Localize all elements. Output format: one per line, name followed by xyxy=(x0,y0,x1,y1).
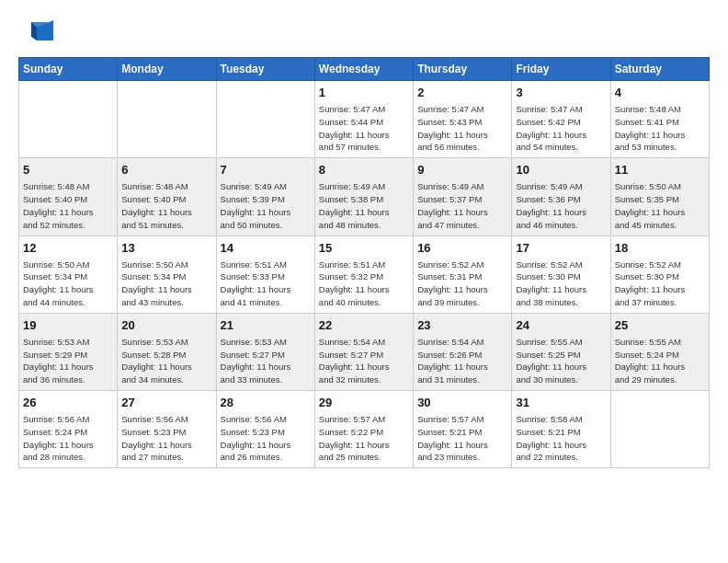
calendar-cell: 8Sunrise: 5:49 AMSunset: 5:38 PMDaylight… xyxy=(314,158,413,236)
calendar-cell: 5Sunrise: 5:48 AMSunset: 5:40 PMDaylight… xyxy=(19,158,118,236)
calendar-cell: 9Sunrise: 5:49 AMSunset: 5:37 PMDaylight… xyxy=(414,158,512,236)
day-info: Sunrise: 5:55 AMSunset: 5:24 PMDaylight:… xyxy=(615,336,705,386)
day-info: Sunrise: 5:50 AMSunset: 5:34 PMDaylight:… xyxy=(23,259,113,309)
calendar-week-row: 19Sunrise: 5:53 AMSunset: 5:29 PMDayligh… xyxy=(19,313,710,390)
calendar-cell: 28Sunrise: 5:56 AMSunset: 5:23 PMDayligh… xyxy=(216,391,314,468)
calendar-cell: 2Sunrise: 5:47 AMSunset: 5:43 PMDaylight… xyxy=(414,81,512,158)
day-number: 16 xyxy=(417,240,507,257)
day-info: Sunrise: 5:58 AMSunset: 5:21 PMDaylight:… xyxy=(516,413,606,464)
day-number: 18 xyxy=(615,240,705,257)
calendar-cell xyxy=(610,391,709,468)
day-info: Sunrise: 5:48 AMSunset: 5:40 PMDaylight:… xyxy=(121,180,211,231)
calendar-header-saturday: Saturday xyxy=(610,58,709,81)
day-number: 27 xyxy=(121,395,211,411)
calendar-cell: 29Sunrise: 5:57 AMSunset: 5:22 PMDayligh… xyxy=(314,391,413,468)
day-info: Sunrise: 5:56 AMSunset: 5:23 PMDaylight:… xyxy=(121,413,211,464)
calendar-cell: 6Sunrise: 5:48 AMSunset: 5:40 PMDaylight… xyxy=(118,158,216,236)
day-info: Sunrise: 5:57 AMSunset: 5:21 PMDaylight:… xyxy=(417,413,507,464)
calendar-cell: 19Sunrise: 5:53 AMSunset: 5:29 PMDayligh… xyxy=(19,313,118,390)
calendar-cell: 10Sunrise: 5:49 AMSunset: 5:36 PMDayligh… xyxy=(512,158,610,236)
calendar-header-monday: Monday xyxy=(118,58,216,81)
day-info: Sunrise: 5:48 AMSunset: 5:41 PMDaylight:… xyxy=(615,103,705,154)
day-info: Sunrise: 5:51 AMSunset: 5:33 PMDaylight:… xyxy=(221,259,311,309)
calendar-cell xyxy=(19,81,118,158)
calendar-cell: 14Sunrise: 5:51 AMSunset: 5:33 PMDayligh… xyxy=(216,236,314,313)
day-info: Sunrise: 5:50 AMSunset: 5:34 PMDaylight:… xyxy=(121,259,211,309)
calendar-cell: 12Sunrise: 5:50 AMSunset: 5:34 PMDayligh… xyxy=(19,236,118,313)
day-number: 26 xyxy=(23,395,113,411)
calendar-cell: 15Sunrise: 5:51 AMSunset: 5:32 PMDayligh… xyxy=(314,236,413,313)
calendar-cell: 20Sunrise: 5:53 AMSunset: 5:28 PMDayligh… xyxy=(118,313,216,390)
day-info: Sunrise: 5:47 AMSunset: 5:43 PMDaylight:… xyxy=(417,103,507,154)
day-info: Sunrise: 5:49 AMSunset: 5:36 PMDaylight:… xyxy=(516,180,606,231)
day-number: 31 xyxy=(516,395,606,411)
calendar-header-tuesday: Tuesday xyxy=(216,58,314,81)
day-number: 23 xyxy=(417,317,507,334)
calendar-cell: 21Sunrise: 5:53 AMSunset: 5:27 PMDayligh… xyxy=(216,313,314,390)
day-info: Sunrise: 5:49 AMSunset: 5:39 PMDaylight:… xyxy=(221,180,311,231)
day-number: 10 xyxy=(516,162,606,178)
calendar-cell: 25Sunrise: 5:55 AMSunset: 5:24 PMDayligh… xyxy=(610,313,709,390)
day-info: Sunrise: 5:47 AMSunset: 5:42 PMDaylight:… xyxy=(516,103,606,154)
day-info: Sunrise: 5:48 AMSunset: 5:40 PMDaylight:… xyxy=(23,180,113,231)
day-info: Sunrise: 5:50 AMSunset: 5:35 PMDaylight:… xyxy=(615,180,705,231)
day-info: Sunrise: 5:57 AMSunset: 5:22 PMDaylight:… xyxy=(319,413,409,464)
calendar-cell: 24Sunrise: 5:55 AMSunset: 5:25 PMDayligh… xyxy=(512,313,610,390)
day-number: 19 xyxy=(23,317,113,334)
calendar-week-row: 1Sunrise: 5:47 AMSunset: 5:44 PMDaylight… xyxy=(19,81,710,158)
day-info: Sunrise: 5:55 AMSunset: 5:25 PMDaylight:… xyxy=(516,336,606,386)
day-info: Sunrise: 5:56 AMSunset: 5:24 PMDaylight:… xyxy=(23,413,113,464)
calendar-header-wednesday: Wednesday xyxy=(314,58,413,81)
logo xyxy=(18,17,53,48)
day-info: Sunrise: 5:49 AMSunset: 5:37 PMDaylight:… xyxy=(417,180,507,231)
day-number: 15 xyxy=(319,240,409,257)
day-number: 12 xyxy=(23,240,113,257)
day-number: 29 xyxy=(319,395,409,411)
day-number: 21 xyxy=(221,317,311,334)
calendar-week-row: 12Sunrise: 5:50 AMSunset: 5:34 PMDayligh… xyxy=(19,236,710,313)
day-number: 8 xyxy=(319,162,409,178)
calendar-cell: 26Sunrise: 5:56 AMSunset: 5:24 PMDayligh… xyxy=(19,391,118,468)
day-number: 1 xyxy=(319,85,409,101)
day-info: Sunrise: 5:47 AMSunset: 5:44 PMDaylight:… xyxy=(319,103,409,154)
day-number: 2 xyxy=(417,85,507,101)
day-number: 7 xyxy=(221,162,311,178)
day-number: 17 xyxy=(516,240,606,257)
day-number: 6 xyxy=(121,162,211,178)
calendar-cell: 3Sunrise: 5:47 AMSunset: 5:42 PMDaylight… xyxy=(512,81,610,158)
calendar-header-friday: Friday xyxy=(512,58,610,81)
calendar-cell: 18Sunrise: 5:52 AMSunset: 5:30 PMDayligh… xyxy=(610,236,709,313)
calendar-cell: 30Sunrise: 5:57 AMSunset: 5:21 PMDayligh… xyxy=(414,391,512,468)
day-info: Sunrise: 5:56 AMSunset: 5:23 PMDaylight:… xyxy=(221,413,311,464)
day-info: Sunrise: 5:52 AMSunset: 5:30 PMDaylight:… xyxy=(615,259,705,309)
day-number: 4 xyxy=(615,85,705,101)
day-info: Sunrise: 5:52 AMSunset: 5:30 PMDaylight:… xyxy=(516,259,606,309)
day-number: 22 xyxy=(319,317,409,334)
calendar-cell: 23Sunrise: 5:54 AMSunset: 5:26 PMDayligh… xyxy=(414,313,512,390)
calendar-week-row: 5Sunrise: 5:48 AMSunset: 5:40 PMDaylight… xyxy=(19,158,710,236)
calendar-header-row: SundayMondayTuesdayWednesdayThursdayFrid… xyxy=(19,58,710,81)
page: SundayMondayTuesdayWednesdayThursdayFrid… xyxy=(0,0,728,563)
calendar-table: SundayMondayTuesdayWednesdayThursdayFrid… xyxy=(18,57,710,468)
calendar-cell: 22Sunrise: 5:54 AMSunset: 5:27 PMDayligh… xyxy=(314,313,413,390)
day-number: 14 xyxy=(221,240,311,257)
calendar-cell xyxy=(216,81,314,158)
day-info: Sunrise: 5:53 AMSunset: 5:27 PMDaylight:… xyxy=(221,336,311,386)
day-number: 28 xyxy=(221,395,311,411)
calendar-cell: 27Sunrise: 5:56 AMSunset: 5:23 PMDayligh… xyxy=(118,391,216,468)
calendar-cell: 16Sunrise: 5:52 AMSunset: 5:31 PMDayligh… xyxy=(414,236,512,313)
calendar-cell: 17Sunrise: 5:52 AMSunset: 5:30 PMDayligh… xyxy=(512,236,610,313)
calendar-cell: 11Sunrise: 5:50 AMSunset: 5:35 PMDayligh… xyxy=(610,158,709,236)
day-info: Sunrise: 5:53 AMSunset: 5:28 PMDaylight:… xyxy=(121,336,211,386)
calendar-header-sunday: Sunday xyxy=(19,58,118,81)
calendar-header-thursday: Thursday xyxy=(414,58,512,81)
calendar-cell xyxy=(118,81,216,158)
header xyxy=(18,17,710,48)
day-info: Sunrise: 5:53 AMSunset: 5:29 PMDaylight:… xyxy=(23,336,113,386)
day-number: 9 xyxy=(417,162,507,178)
calendar-cell: 1Sunrise: 5:47 AMSunset: 5:44 PMDaylight… xyxy=(314,81,413,158)
logo-icon xyxy=(20,15,53,48)
day-info: Sunrise: 5:51 AMSunset: 5:32 PMDaylight:… xyxy=(319,259,409,309)
day-info: Sunrise: 5:49 AMSunset: 5:38 PMDaylight:… xyxy=(319,180,409,231)
day-info: Sunrise: 5:54 AMSunset: 5:27 PMDaylight:… xyxy=(319,336,409,386)
